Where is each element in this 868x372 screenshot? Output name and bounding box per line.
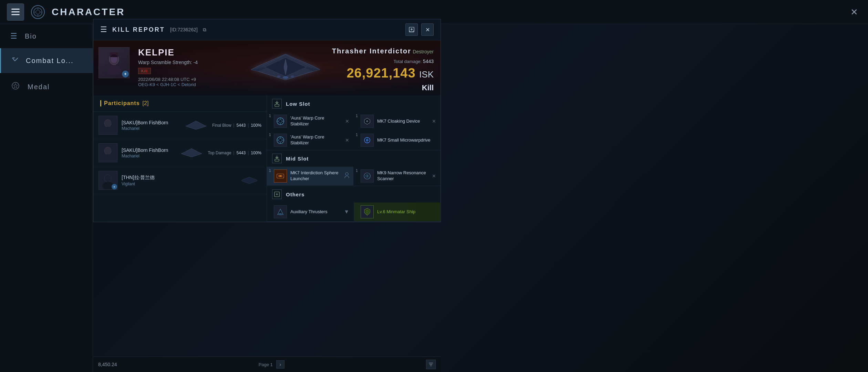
mid-slot-header: Mid Slot: [267, 150, 441, 167]
participant-row[interactable]: + [THN]拉·普兰德 Vigilant: [93, 167, 267, 194]
others-icon: [272, 189, 282, 199]
item-name-warp-core-2: 'Aura' Warp Core Stabilizer: [290, 134, 342, 146]
item-close-btn[interactable]: ✕: [345, 118, 349, 124]
low-slot-title: Low Slot: [286, 101, 310, 107]
stat-damage-2: 5443: [236, 151, 246, 155]
slot-item-low-1[interactable]: 1 'Aura' Warp Core Stabilizer ✕: [267, 112, 354, 131]
item-name-minmatar-ship: Lv.6 Minmatar Ship: [377, 209, 436, 215]
portrait-plus-badge: +: [122, 71, 129, 78]
bottom-page: Page 1 ›: [259, 360, 285, 369]
slot-item-others-2[interactable]: Lv.6 Minmatar Ship: [354, 203, 441, 221]
item-name-cloak: MK7 Cloaking Device: [377, 118, 428, 124]
svg-point-16: [283, 76, 288, 79]
left-sidebar: ☰ Bio Combat Lo... Medal: [0, 24, 93, 372]
participant-name-2: [SAKU]Born FishBorn: [122, 147, 175, 153]
kill-tag: Kill: [138, 68, 151, 74]
header-bar-decoration: [100, 100, 101, 106]
slot-item-low-3[interactable]: 1 'Aura' Warp Core Stabilizer ✕: [267, 131, 354, 150]
page-next-button[interactable]: ›: [276, 360, 285, 369]
participant-ship-3: [237, 174, 261, 187]
slot-item-low-4[interactable]: 1 MK7 Small Microwarpdrive: [354, 131, 441, 150]
kill-stats: Thrasher Interdictor Destroyer Total dam…: [332, 47, 434, 92]
hamburger-button[interactable]: [7, 3, 24, 21]
hamburger-line: [11, 9, 20, 10]
svg-marker-10: [13, 83, 18, 88]
item-name-aux-thrusters: Auxiliary Thrusters: [290, 209, 340, 215]
sidebar-label-combat-log: Combat Lo...: [26, 57, 74, 65]
modal-header: ☰ KILL REPORT [ID:7236262] ⧉ ✕: [93, 19, 441, 40]
svg-point-36: [280, 175, 281, 177]
low-slot-icon: [272, 99, 282, 108]
participant-portrait-1: [99, 116, 117, 135]
participant-row[interactable]: [SAKU]Born FishBorn Machariel Top Damage…: [93, 139, 267, 167]
svg-point-17: [277, 75, 280, 78]
kill-report-modal: ☰ KILL REPORT [ID:7236262] ⧉ ✕: [93, 19, 441, 222]
stat-percent-2: 100%: [251, 151, 261, 155]
item-close-btn[interactable]: ✕: [432, 118, 436, 124]
mid-slot-title: Mid Slot: [286, 156, 309, 162]
svg-point-21: [104, 147, 111, 155]
item-qty: 1: [356, 114, 358, 118]
equipment-panel: Low Slot 1 'Aura' Warp Core Stabilizer: [267, 95, 441, 222]
kill-location: OEG-K9 < GJH-1C < Detorid: [138, 82, 198, 87]
sidebar-item-combat-log[interactable]: Combat Lo...: [0, 48, 93, 73]
item-dropdown-icon[interactable]: ▼: [344, 209, 349, 215]
svg-point-32: [366, 139, 369, 142]
participant-stats-2: Top Damage | 5443 | 100%: [208, 151, 261, 155]
item-qty: 1: [356, 169, 358, 173]
modal-menu-icon[interactable]: ☰: [100, 25, 107, 34]
ship-visual: [234, 40, 337, 95]
sidebar-label-medal: Medal: [28, 83, 50, 91]
participants-panel: Participants [2] [SAKU]Born FishBorn Mac…: [93, 95, 267, 222]
modal-close-button[interactable]: ✕: [421, 23, 434, 36]
bottom-value: 8,450.24: [98, 362, 117, 367]
svg-point-18: [291, 75, 294, 78]
svg-point-28: [366, 120, 368, 122]
modal-copy-icon[interactable]: ⧉: [203, 27, 206, 33]
svg-point-42: [278, 213, 282, 215]
item-close-btn[interactable]: ✕: [345, 137, 349, 143]
svg-line-6: [12, 58, 15, 61]
stat-percent-1: 100%: [251, 123, 261, 128]
item-icon-aux-thrusters: [274, 205, 287, 218]
svg-point-1: [36, 10, 40, 14]
victim-stat: Warp Scramble Strength: -4: [138, 60, 198, 65]
modal-title: KILL REPORT: [112, 26, 165, 33]
participant-corp-2: Machariel: [122, 154, 175, 158]
svg-rect-33: [275, 159, 279, 161]
others-items: Auxiliary Thrusters ▼ Lv.6 Minmatar Ship: [267, 203, 441, 221]
slot-item-others-1[interactable]: Auxiliary Thrusters ▼: [267, 203, 354, 221]
kill-header: + KELPIE Warp Scramble Strength: -4 Kill…: [93, 40, 441, 95]
others-header: Others: [267, 186, 441, 203]
mid-slot-icon: [272, 154, 282, 163]
slot-item-low-2[interactable]: 1 MK7 Cloaking Device ✕: [354, 112, 441, 131]
item-name-warp-core-1: 'Aura' Warp Core Stabilizer: [290, 115, 342, 127]
sidebar-item-bio[interactable]: ☰ Bio: [0, 24, 93, 48]
filter-button[interactable]: [426, 360, 436, 369]
sidebar-item-medal[interactable]: Medal: [0, 73, 93, 101]
participants-header: Participants [2]: [93, 95, 267, 112]
item-qty: 1: [269, 114, 271, 118]
others-title: Others: [286, 192, 304, 197]
bottom-bar: 8,450.24 Page 1 ›: [93, 356, 441, 372]
participants-count: [2]: [143, 100, 149, 106]
item-close-btn[interactable]: ✕: [432, 173, 436, 179]
total-damage-value: 5443: [423, 59, 434, 64]
item-name-resonance-scanner: MK9 Narrow Resonance Scanner: [377, 170, 428, 182]
participant-name-1: [SAKU]Born FishBorn: [122, 120, 180, 125]
item-icon-minmatar-skill: [361, 205, 374, 218]
item-name-microwarpdrive: MK7 Small Microwarpdrive: [377, 137, 436, 143]
close-app-button[interactable]: ✕: [847, 5, 861, 19]
person-icon: [344, 172, 349, 180]
slot-item-mid-1[interactable]: 1 MK7 Interdiction Sphere Launcher: [267, 167, 354, 186]
mid-slot-section: Mid Slot 1 MK7 Interdiction Sphere Launc: [267, 150, 441, 186]
slot-item-mid-2[interactable]: 1 MK9 Narrow Resonance Scanner ✕: [354, 167, 441, 186]
svg-point-13: [106, 65, 122, 75]
participant-row[interactable]: [SAKU]Born FishBorn Machariel Final Blow…: [93, 112, 267, 139]
svg-point-23: [104, 175, 111, 182]
participant-ship-2: [179, 146, 204, 160]
modal-export-button[interactable]: [405, 23, 418, 36]
combat-log-icon: [11, 56, 19, 65]
svg-point-20: [102, 127, 113, 134]
participant-info-1: [SAKU]Born FishBorn Machariel: [122, 120, 180, 131]
